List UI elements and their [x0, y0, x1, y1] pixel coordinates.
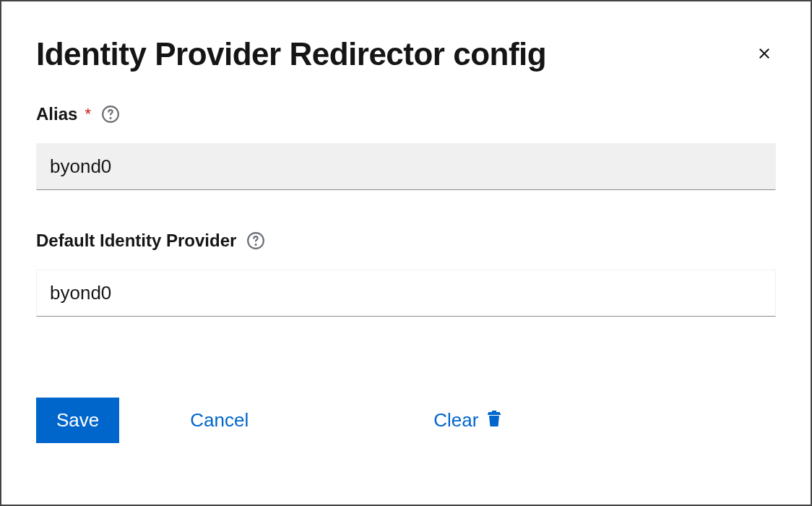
alias-input: [36, 143, 776, 190]
help-icon[interactable]: [246, 231, 265, 250]
svg-point-3: [256, 244, 256, 245]
default-idp-label: Default Identity Provider: [36, 231, 776, 251]
save-button[interactable]: Save: [36, 398, 119, 443]
alias-field-group: Alias *: [36, 104, 776, 190]
config-modal: Identity Provider Redirector config Alia…: [1, 1, 811, 505]
modal-title: Identity Provider Redirector config: [36, 36, 546, 72]
modal-footer: Save Cancel Clear: [36, 396, 776, 445]
trash-icon: [485, 408, 503, 433]
clear-button[interactable]: Clear: [428, 396, 509, 445]
default-idp-input[interactable]: [36, 270, 776, 317]
default-idp-field-group: Default Identity Provider: [36, 231, 776, 317]
close-icon: [756, 45, 773, 64]
help-icon[interactable]: [101, 105, 120, 124]
svg-point-1: [110, 118, 111, 119]
alias-label-text: Alias: [36, 104, 77, 124]
modal-header: Identity Provider Redirector config: [36, 36, 776, 72]
default-idp-label-text: Default Identity Provider: [36, 231, 236, 251]
close-button[interactable]: [753, 42, 776, 67]
clear-button-label: Clear: [433, 409, 478, 432]
required-indicator: *: [85, 105, 91, 124]
alias-label: Alias *: [36, 104, 776, 124]
cancel-button[interactable]: Cancel: [184, 398, 254, 443]
